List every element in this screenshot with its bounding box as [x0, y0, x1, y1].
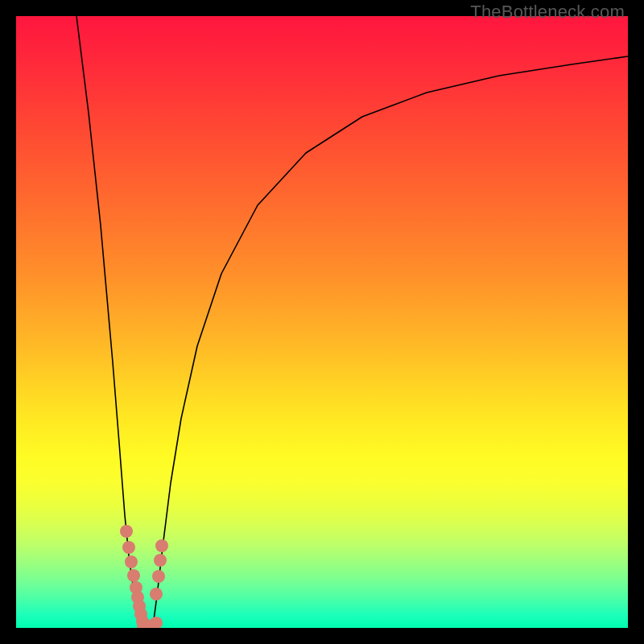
marker-dot	[120, 525, 133, 538]
plot-area	[16, 16, 628, 628]
markers-right	[150, 539, 168, 601]
marker-dot	[150, 588, 163, 601]
curve-right-branch	[153, 56, 628, 626]
marker-dot	[122, 541, 135, 554]
marker-dot	[154, 554, 167, 567]
markers-left	[120, 525, 149, 628]
marker-dot	[152, 570, 165, 583]
curve-left-branch	[76, 16, 142, 626]
chart-svg	[16, 16, 628, 628]
marker-dot	[127, 569, 140, 582]
marker-dot	[150, 617, 163, 628]
watermark-text: TheBottleneck.com	[470, 2, 625, 23]
marker-dot	[155, 539, 168, 552]
marker-dot	[125, 555, 138, 568]
chart-frame: TheBottleneck.com	[0, 0, 644, 644]
